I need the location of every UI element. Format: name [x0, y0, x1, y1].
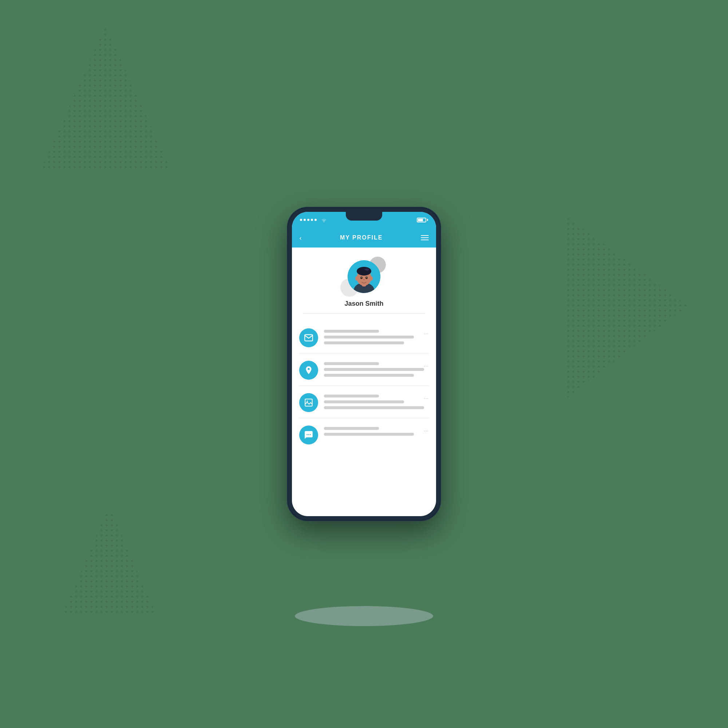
profile-name: Jason Smith: [344, 300, 383, 307]
gallery-content: ···: [324, 393, 429, 412]
signal-dot-4: [311, 219, 313, 221]
gallery-line-2: [324, 401, 404, 403]
phone-wrapper: ‹ MY PROFILE: [288, 208, 440, 520]
gallery-icon-circle: [299, 393, 318, 412]
email-line-1: [324, 330, 379, 333]
svg-marker-8: [62, 506, 156, 615]
pin-icon: [304, 366, 314, 375]
triangle-top-left-decoration: [37, 22, 175, 175]
gallery-line-3: [324, 406, 424, 409]
svg-point-26: [310, 434, 311, 435]
gallery-more-icon[interactable]: ···: [424, 396, 429, 402]
battery-icon: [417, 218, 428, 222]
location-more-icon[interactable]: ···: [424, 364, 429, 369]
gallery-line-1: [324, 395, 379, 398]
location-line-1: [324, 362, 379, 365]
menu-line-1: [421, 235, 429, 236]
svg-marker-5: [564, 215, 688, 401]
location-line-2: [324, 368, 424, 371]
avatar[interactable]: [348, 260, 380, 293]
phone-frame: ‹ MY PROFILE: [288, 208, 440, 520]
triangle-bottom-left-decoration: [58, 502, 160, 619]
page-title: MY PROFILE: [340, 234, 383, 241]
email-more-icon[interactable]: ···: [424, 331, 429, 337]
svg-point-18: [355, 276, 358, 281]
svg-marker-7: [62, 506, 156, 615]
chat-line-1: [324, 427, 379, 430]
list-item-email[interactable]: ···: [299, 321, 429, 353]
image-icon: [304, 398, 314, 407]
signal-dot-5: [315, 219, 317, 221]
app-header: ‹ MY PROFILE: [292, 228, 436, 248]
list-item-location[interactable]: ···: [299, 353, 429, 386]
phone-shadow: [295, 606, 433, 626]
signal-dot-3: [307, 219, 309, 221]
svg-point-23: [307, 401, 308, 402]
menu-button[interactable]: [421, 235, 429, 240]
back-button[interactable]: ‹: [299, 234, 302, 242]
email-line-2: [324, 336, 414, 338]
location-content: ···: [324, 361, 429, 380]
svg-marker-4: [564, 215, 688, 401]
chat-more-icon[interactable]: ···: [424, 428, 429, 434]
svg-point-24: [306, 434, 307, 435]
signal-dot-2: [304, 219, 306, 221]
svg-point-17: [366, 277, 367, 278]
list-item-chat[interactable]: ···: [299, 418, 429, 450]
svg-marker-2: [40, 26, 171, 171]
list-item-gallery[interactable]: ···: [299, 386, 429, 418]
chat-icon: [304, 430, 314, 440]
mail-icon: [304, 333, 314, 343]
location-icon-circle: [299, 361, 318, 380]
svg-point-19: [370, 276, 373, 281]
svg-point-21: [307, 368, 309, 370]
chat-icon-circle: [299, 425, 318, 444]
signal-dot-1: [300, 219, 302, 221]
chat-content: ···: [324, 425, 429, 439]
avatar-container: [346, 258, 382, 295]
signal-dots: [300, 219, 317, 221]
email-content: ···: [324, 328, 429, 347]
location-line-3: [324, 374, 414, 377]
profile-divider: [303, 314, 425, 314]
svg-marker-1: [40, 26, 171, 171]
svg-point-16: [361, 277, 362, 278]
chat-line-2: [324, 433, 414, 436]
profile-section: Jason Smith: [292, 248, 436, 321]
triangle-right-decoration: [561, 211, 691, 408]
phone-screen: ‹ MY PROFILE: [292, 212, 436, 516]
svg-point-25: [308, 434, 309, 435]
menu-line-3: [421, 240, 429, 240]
profile-list: ···: [292, 321, 436, 516]
email-icon-circle: [299, 328, 318, 347]
email-line-3: [324, 341, 404, 344]
menu-line-2: [421, 237, 429, 238]
avatar-illustration: [348, 260, 380, 293]
notch: [346, 212, 382, 220]
scene: ‹ MY PROFILE: [0, 0, 728, 728]
wifi-icon: [321, 217, 327, 222]
